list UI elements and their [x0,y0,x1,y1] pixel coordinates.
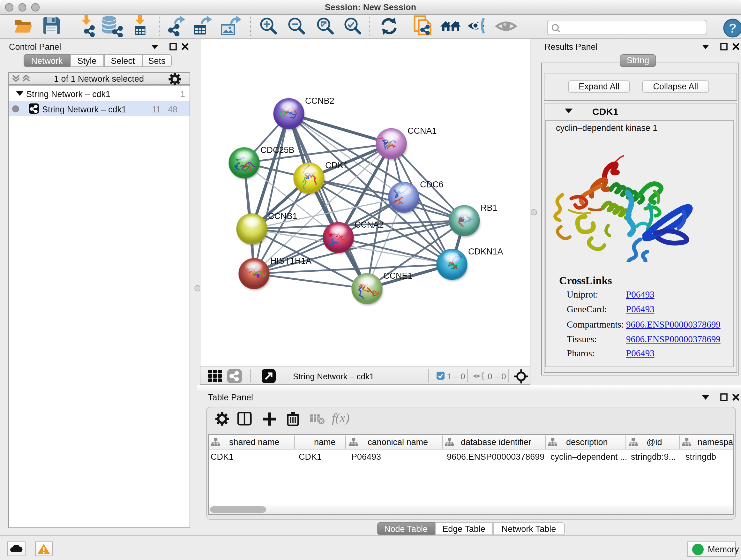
svg-text:CDKN1A: CDKN1A [468,247,503,256]
svg-text:CDK1: CDK1 [325,161,348,170]
svg-text:CCNA1: CCNA1 [407,126,436,136]
svg-text:CDC6: CDC6 [420,180,443,189]
svg-text:CCNB1: CCNB1 [268,211,297,221]
svg-text:?: ? [729,21,737,35]
svg-text:CCNA2: CCNA2 [354,220,384,230]
svg-text:HIST1H1A: HIST1H1A [270,256,311,266]
svg-text:CCNB2: CCNB2 [305,96,334,106]
svg-text:CDC25B: CDC25B [260,145,294,155]
svg-text:RB1: RB1 [480,203,497,212]
svg-text:CCNE1: CCNE1 [383,271,412,281]
